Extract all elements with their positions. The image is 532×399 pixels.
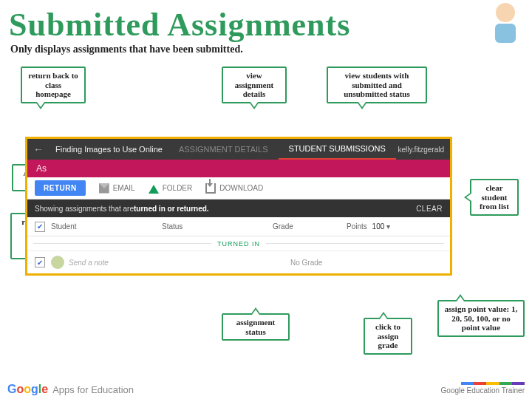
assignment-title-bar: As [27, 160, 450, 177]
points-value[interactable]: 100 [372, 222, 385, 231]
callout-clear-student: clear student from list [470, 179, 519, 216]
assignment-prefix: As [36, 163, 47, 174]
page-title: Submitted Assignments [0, 0, 532, 44]
footer-logo: Google Apps for Education [7, 383, 134, 396]
google-logo: Google [7, 383, 48, 396]
presenter-avatar [483, 3, 528, 62]
footer-apps-text: Apps for Education [52, 384, 134, 395]
filter-status-row: Showing assignments that are turned in o… [27, 200, 450, 217]
callout-text: return back to class homepage [28, 71, 78, 98]
mail-icon [99, 183, 109, 194]
classroom-screenshot: ← Finding Images to Use Online ASSIGNMEN… [25, 137, 452, 276]
back-arrow-icon[interactable]: ← [27, 143, 50, 155]
callout-point-value: assign point value: 1, 20, 50, 100, or n… [437, 300, 525, 337]
table-row[interactable]: ✔ Send a note No Grade [27, 251, 450, 273]
callout-view-details: view assignment details [222, 66, 287, 103]
col-points[interactable]: Points 100 ▾ [347, 222, 406, 231]
callout-click-grade: click to assign grade [364, 318, 412, 355]
col-points-label: Points [347, 222, 367, 231]
download-button[interactable]: DOWNLOAD [205, 183, 263, 194]
send-note-field[interactable]: Send a note [69, 259, 180, 267]
section-turned-in: TURNED IN [27, 236, 450, 251]
clear-button[interactable]: CLEAR [416, 205, 443, 213]
breadcrumb[interactable]: Finding Images to Use Online [50, 145, 168, 154]
filter-text-bold: turned in or returned. [134, 205, 209, 213]
footer-trainer: Google Education Trainer [441, 381, 525, 395]
callout-return-home: return back to class homepage [21, 66, 86, 103]
page-subtitle: Only displays assignments that have been… [0, 44, 532, 60]
tab-assignment-details[interactable]: ASSIGNMENT DETAILS [168, 139, 279, 160]
table-header: ✔ Student Status Grade Points 100 ▾ [27, 217, 450, 236]
col-status[interactable]: Status [162, 222, 273, 231]
folder-button[interactable]: FOLDER [149, 183, 193, 194]
callout-view-students: view students with submitted and unsubmi… [327, 66, 427, 103]
return-button[interactable]: RETURN [35, 180, 86, 196]
action-toolbar: RETURN EMAIL FOLDER DOWNLOAD [27, 177, 450, 200]
drive-icon [149, 183, 159, 194]
student-avatar [51, 256, 64, 269]
select-all-checkbox[interactable]: ✔ [35, 222, 45, 232]
callout-text: assign point value: 1, 20, 50, 100, or n… [445, 304, 517, 332]
trainer-label: Google Education Trainer [441, 386, 525, 395]
user-label[interactable]: kelly.fitzgerald [398, 146, 450, 154]
download-icon [205, 183, 216, 194]
callout-text: view assignment details [235, 71, 274, 98]
callout-text: view students with submitted and unsubmi… [344, 71, 410, 98]
row-checkbox[interactable]: ✔ [35, 257, 45, 267]
button-label: EMAIL [113, 184, 135, 192]
col-student[interactable]: Student [51, 222, 162, 231]
callout-text: click to assign grade [375, 322, 400, 349]
button-label: DOWNLOAD [219, 184, 263, 192]
filter-text: Showing assignments that are [35, 205, 134, 213]
email-button[interactable]: EMAIL [99, 183, 135, 194]
grade-cell[interactable]: No Grade [290, 259, 364, 267]
callout-text: assignment status [236, 318, 276, 336]
tab-student-submissions[interactable]: STUDENT SUBMISSIONS [279, 139, 396, 160]
app-header: ← Finding Images to Use Online ASSIGNMEN… [27, 139, 450, 160]
callout-assignment-status: assignment status [222, 313, 290, 341]
col-grade[interactable]: Grade [273, 222, 347, 231]
callout-text: clear student from list [480, 183, 509, 211]
button-label: FOLDER [163, 184, 193, 192]
